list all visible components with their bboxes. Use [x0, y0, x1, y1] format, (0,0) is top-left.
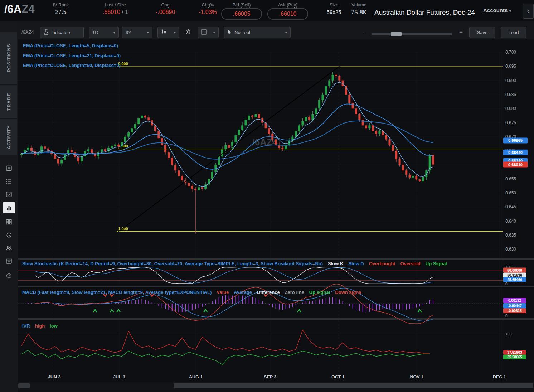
price-tick-label: 0.655: [505, 176, 516, 182]
zoom-slider-thumb[interactable]: [391, 32, 402, 36]
history-icon[interactable]: [3, 230, 15, 241]
price-tick-label: 0.685: [505, 92, 516, 97]
zoom-out-button[interactable]: -: [362, 29, 364, 36]
sidebar-tab-positions[interactable]: POSITIONS: [0, 32, 18, 84]
header: /6AZ4 IV Rank 27.5 Last / Size .66010 / …: [0, 0, 534, 21]
candlestick-icon: [161, 29, 166, 36]
candle: [311, 114, 314, 120]
svg-text:?: ?: [8, 274, 10, 277]
volume-label: Volume: [346, 3, 372, 8]
panel-splitter[interactable]: [18, 318, 534, 320]
ask-button[interactable]: .66010: [267, 8, 308, 20]
candle: [308, 117, 310, 120]
candle: [198, 187, 200, 190]
timeframe-dropdown[interactable]: 1D▾: [89, 27, 119, 38]
grid-icon[interactable]: [3, 217, 15, 227]
candle: [191, 186, 193, 189]
candle: [111, 146, 113, 148]
sidebar-tab-activity[interactable]: ACTIVITY: [0, 119, 18, 155]
indicators-button[interactable]: Indicators: [40, 27, 84, 38]
candle: [211, 172, 213, 179]
bid-button[interactable]: .66005: [221, 8, 262, 20]
social-icon[interactable]: [3, 243, 15, 253]
zoom-slider[interactable]: [372, 33, 452, 35]
chevron-left-icon: ‹: [527, 7, 530, 15]
symbol-suffix: Z4: [21, 3, 34, 15]
candle: [362, 120, 364, 126]
accounts-menu[interactable]: Accounts ▾: [483, 7, 511, 13]
chart-canvas[interactable]: JUN 3JUL 1AUG 1SEP 3OCT 1NOV 1DEC 10.700…: [18, 39, 534, 392]
x-axis-label: OCT 1: [331, 374, 345, 379]
candle: [104, 149, 106, 151]
help-icon[interactable]: ?: [3, 270, 15, 281]
bid-value: .66005: [233, 11, 251, 17]
chart-toolbar: /6AZ4 Indicators 1D▾ 3Y▾ ▾ ▾ No Tool▾ -: [18, 21, 534, 40]
candle: [201, 187, 203, 189]
cursor-icon: [227, 29, 232, 36]
candle: [101, 149, 103, 152]
candle: [332, 75, 334, 81]
layout-dropdown[interactable]: ▾: [198, 27, 219, 38]
price-tick-label: 0.640: [505, 219, 516, 224]
instrument-title: Australian Dollar Futures, Dec-24: [374, 9, 475, 16]
x-axis-label: JUN 3: [48, 374, 60, 379]
load-button[interactable]: Load: [501, 27, 526, 38]
journal-icon[interactable]: [3, 163, 15, 174]
candle: [71, 150, 73, 153]
ema50-line: [21, 121, 433, 159]
candle: [238, 130, 240, 135]
bid-label: Bid (Sell): [218, 3, 265, 8]
iv-rank-value: 27.5: [46, 9, 76, 15]
x-axis-label: JUL 1: [113, 374, 125, 379]
last-size-label: Last / Size: [93, 3, 138, 8]
candle: [389, 140, 391, 145]
candle: [392, 145, 394, 151]
scrollbar-thumb[interactable]: [174, 383, 533, 388]
panel-splitter[interactable]: [18, 286, 534, 287]
candle: [171, 158, 173, 165]
ema21-line: [21, 104, 433, 169]
panel-splitter[interactable]: [18, 258, 534, 260]
candle: [248, 116, 250, 120]
scrollbar-left-stub[interactable]: [18, 383, 30, 388]
candle: [365, 125, 367, 128]
chevron-down-icon: ▾: [285, 30, 287, 35]
save-button[interactable]: Save: [469, 27, 495, 38]
candle: [194, 189, 196, 190]
candle: [255, 114, 257, 117]
candle: [234, 135, 237, 142]
orders-icon[interactable]: [3, 189, 15, 200]
zoom-in-button[interactable]: +: [459, 29, 463, 36]
x-axis-label: SEP 3: [264, 374, 276, 379]
candle: [425, 170, 427, 177]
range-dropdown[interactable]: 3Y▾: [122, 27, 152, 38]
fib-label: 1.000: [118, 227, 128, 231]
price-tick-label: 0.650: [505, 190, 516, 195]
last-value: .66010: [103, 9, 120, 15]
price-tick-label: 0.675: [505, 120, 516, 125]
settings-button[interactable]: [182, 27, 194, 38]
x-axis-label: NOV 1: [410, 374, 423, 379]
candle: [127, 132, 130, 137]
candle: [335, 75, 337, 76]
toolbar-symbol: /6AZ4: [21, 29, 34, 35]
collapse-panel-button[interactable]: ‹: [523, 4, 534, 19]
drawing-tool-dropdown[interactable]: No Tool▾: [224, 27, 291, 38]
candle: [131, 128, 133, 132]
candle: [355, 108, 357, 114]
archive-icon[interactable]: [3, 256, 15, 267]
chart-icon[interactable]: [3, 202, 15, 213]
watchlist-icon[interactable]: [3, 176, 15, 187]
candle: [124, 137, 126, 142]
candle: [258, 114, 260, 118]
symbol-root: /6A: [4, 3, 21, 15]
candle: [322, 95, 324, 100]
sidebar-tab-trade[interactable]: TRADE: [0, 85, 18, 118]
candle: [399, 159, 401, 165]
ivr-high-line: [21, 330, 430, 353]
chevron-down-icon: ▾: [509, 8, 511, 13]
chart-type-dropdown[interactable]: ▾: [157, 27, 179, 38]
up-signal-arrow: [418, 310, 422, 312]
svg-text:25.65466: 25.65466: [507, 278, 522, 282]
candle: [60, 160, 63, 163]
